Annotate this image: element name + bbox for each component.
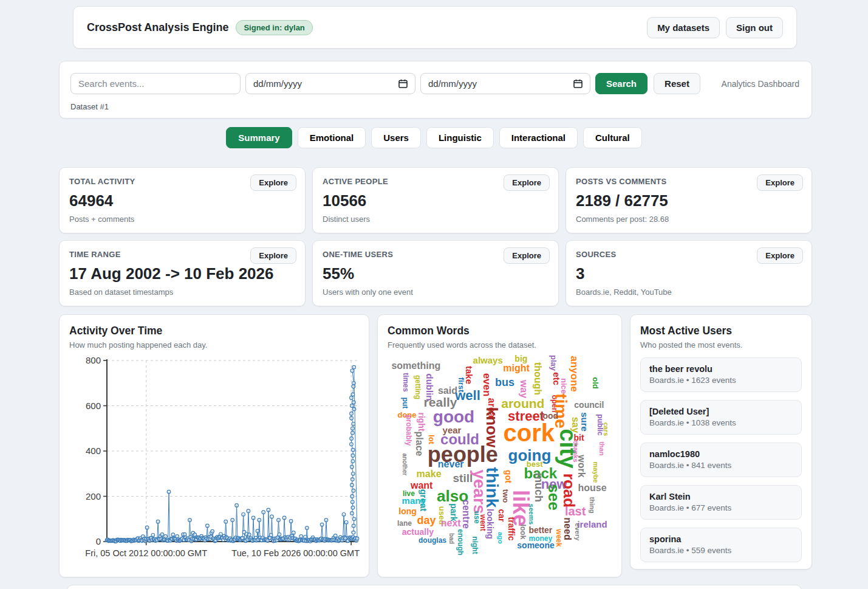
stat-value: 3 xyxy=(576,264,802,283)
search-input[interactable] xyxy=(70,73,241,94)
cloud-word: ireland xyxy=(577,520,607,529)
user-card[interactable]: [Deleted User]Boards.ie • 1038 events xyxy=(640,400,802,435)
stat-value: 17 Aug 2002 -> 10 Feb 2026 xyxy=(69,264,295,283)
reset-button[interactable]: Reset xyxy=(654,73,700,94)
tab-cultural[interactable]: Cultural xyxy=(583,127,642,148)
activity-chart-title: Activity Over Time xyxy=(69,325,359,337)
cloud-word: bad xyxy=(448,533,454,544)
cloud-word: got xyxy=(504,470,513,483)
cloud-word: another xyxy=(402,453,408,476)
explore-button[interactable]: Explore xyxy=(250,247,296,264)
cloud-word: traffic xyxy=(507,517,516,541)
cloud-word: always xyxy=(473,355,503,364)
cloud-word: nice xyxy=(560,378,568,394)
stats-grid: TOTAL ACTIVITYExplore64964Posts + commen… xyxy=(59,167,812,306)
date-to-input[interactable]: dd/mm/yyyy xyxy=(420,73,590,94)
active-users-panel: Most Active Users Who posted the most ev… xyxy=(630,314,812,570)
word-cloud-panel: Common Words Frequently used words acros… xyxy=(377,314,622,577)
cloud-word: than xyxy=(598,441,604,455)
cloud-word: old xyxy=(591,377,599,389)
user-meta: Boards.ie • 1038 events xyxy=(649,418,793,427)
explore-button[interactable]: Explore xyxy=(757,247,803,264)
tab-users[interactable]: Users xyxy=(371,127,421,148)
tab-summary[interactable]: Summary xyxy=(226,127,292,148)
cloud-word: probably xyxy=(405,415,412,446)
cloud-word: week xyxy=(555,529,562,546)
user-card[interactable]: namloc1980Boards.ie • 841 events xyxy=(640,443,802,477)
word-cloud-subtitle: Frequently used words across the dataset… xyxy=(388,340,612,350)
svg-text:Fri, 05 Oct 2012 00:00:00 GMT: Fri, 05 Oct 2012 00:00:00 GMT xyxy=(85,548,207,558)
user-card[interactable]: the beer revoluBoards.ie • 1623 events xyxy=(640,357,802,392)
cloud-word: bus xyxy=(495,377,514,388)
svg-text:200: 200 xyxy=(86,491,101,501)
svg-text:0: 0 xyxy=(96,536,101,546)
cloud-word: around xyxy=(501,397,544,410)
cloud-word: better xyxy=(528,526,552,534)
stat-card-time-range: TIME RANGEExplore17 Aug 2002 -> 10 Feb 2… xyxy=(59,240,306,306)
section-tabs: SummaryEmotionalUsersLinguisticInteracti… xyxy=(0,127,868,148)
cloud-word: council xyxy=(574,401,604,409)
analytics-dashboard-label: Analytics Dashboard xyxy=(700,79,801,89)
cloud-word: take xyxy=(464,366,473,384)
cloud-word: douglas xyxy=(419,537,446,544)
explore-button[interactable]: Explore xyxy=(504,174,550,191)
explore-button[interactable]: Explore xyxy=(757,174,803,191)
stat-subtitle: Distinct users xyxy=(323,215,548,224)
user-meta: Boards.ie • 841 events xyxy=(649,461,793,470)
cloud-word: thanks xyxy=(572,441,579,462)
cloud-word: every xyxy=(574,523,581,541)
cloud-word: well xyxy=(455,389,480,402)
user-name: sporina xyxy=(649,534,793,544)
cloud-word: times xyxy=(402,373,409,391)
stat-value: 2189 / 62775 xyxy=(576,191,802,210)
svg-text:800: 800 xyxy=(86,355,101,365)
user-name: Karl Stein xyxy=(649,492,793,501)
stat-subtitle: Based on dataset timestamps xyxy=(69,288,295,297)
cloud-word: enough xyxy=(457,529,464,555)
explore-button[interactable]: Explore xyxy=(250,174,296,191)
tab-emotional[interactable]: Emotional xyxy=(298,127,366,148)
stat-card-sources: SOURCESExplore3Boards.ie, Reddit, YouTub… xyxy=(566,240,812,306)
stat-card-total-activity: TOTAL ACTIVITYExplore64964Posts + commen… xyxy=(59,167,306,233)
header-bar: CrossPost Analysis Engine Signed in: dyl… xyxy=(73,6,797,49)
explore-button[interactable]: Explore xyxy=(504,247,550,264)
cloud-word: something xyxy=(391,361,440,371)
cloud-word: night xyxy=(471,536,479,554)
cloud-word: see xyxy=(546,484,562,511)
date-from-input[interactable]: dd/mm/yyyy xyxy=(245,73,415,94)
cloud-word: ago xyxy=(496,532,503,544)
cloud-word: way xyxy=(519,380,528,398)
next-section-panel xyxy=(67,585,802,589)
filter-panel: dd/mm/yyyy dd/mm/yyyy Search Reset Analy… xyxy=(59,61,812,119)
tab-interactional[interactable]: Interactional xyxy=(499,127,578,148)
user-card[interactable]: sporinaBoards.ie • 559 events xyxy=(640,528,802,562)
activity-over-time-chart[interactable]: 0200400600800Fri, 05 Oct 2012 00:00:00 G… xyxy=(69,353,360,567)
cloud-word: many xyxy=(402,496,426,505)
cloud-word: getting xyxy=(414,375,422,399)
date-to-placeholder: dd/mm/yyyy xyxy=(428,78,477,89)
stat-value: 55% xyxy=(323,264,548,283)
cloud-word: house xyxy=(578,483,606,493)
stat-card-active-people: ACTIVE PEOPLEExplore10566Distinct users xyxy=(312,167,559,233)
cloud-word: though xyxy=(533,362,542,395)
cloud-word: long xyxy=(398,507,417,515)
cloud-word: lane xyxy=(397,520,412,527)
sign-out-button[interactable]: Sign out xyxy=(726,17,783,38)
my-datasets-button[interactable]: My datasets xyxy=(647,17,720,38)
cloud-word: day xyxy=(417,515,436,526)
user-name: namloc1980 xyxy=(649,449,793,459)
svg-text:600: 600 xyxy=(86,401,101,411)
cloud-word: never xyxy=(438,460,464,469)
calendar-icon xyxy=(573,79,583,88)
cloud-word: sure xyxy=(580,412,589,432)
signed-in-badge: Signed in: dylan xyxy=(236,20,312,35)
dataset-label: Dataset #1 xyxy=(70,102,801,111)
cloud-word: actually xyxy=(402,528,434,536)
search-button[interactable]: Search xyxy=(595,73,648,94)
user-card[interactable]: Karl SteinBoards.ie • 677 events xyxy=(640,485,802,520)
cloud-word: said xyxy=(438,386,457,396)
cloud-word: big xyxy=(514,354,527,363)
stat-subtitle: Boards.ie, Reddit, YouTube xyxy=(576,288,802,297)
stat-subtitle: Comments per post: 28.68 xyxy=(576,215,802,224)
tab-linguistic[interactable]: Linguistic xyxy=(426,127,494,148)
